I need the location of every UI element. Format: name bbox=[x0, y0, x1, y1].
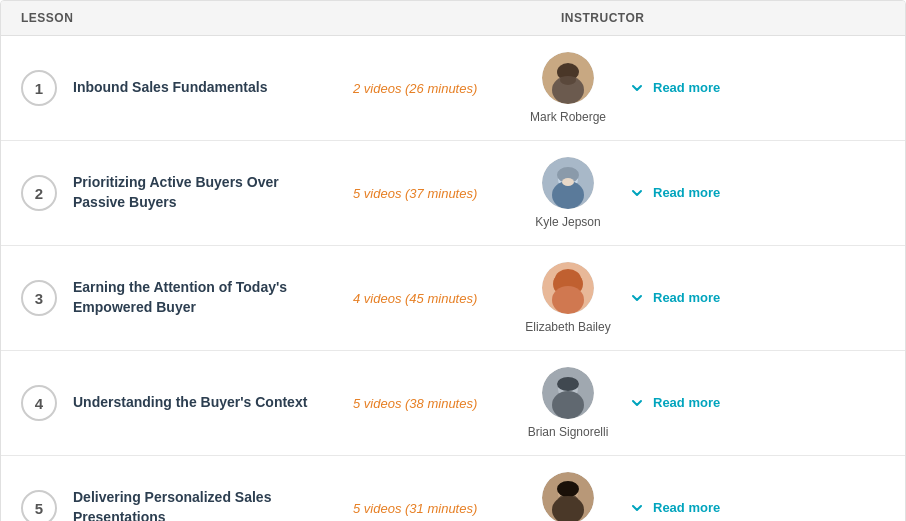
lesson-title: Earning the Attention of Today's Empower… bbox=[73, 278, 353, 317]
lesson-duration: 5 videos (31 minutes) bbox=[353, 501, 523, 516]
svg-point-9 bbox=[562, 178, 574, 186]
instructor-name: Kyle Jepson bbox=[535, 215, 600, 229]
lesson-duration: 2 videos (26 minutes) bbox=[353, 81, 523, 96]
chevron-down-icon[interactable] bbox=[629, 185, 645, 201]
lesson-column-header: LESSON bbox=[21, 11, 561, 25]
lesson-number: 2 bbox=[21, 175, 57, 211]
chevron-down-icon[interactable] bbox=[629, 80, 645, 96]
instructor-info: Kyle Jepson bbox=[523, 157, 613, 229]
table-row: 5 Delivering Personalized Sales Presenta… bbox=[1, 456, 905, 521]
lesson-title: Inbound Sales Fundamentals bbox=[73, 78, 353, 98]
lesson-title: Delivering Personalized Sales Presentati… bbox=[73, 488, 353, 521]
avatar bbox=[542, 367, 594, 419]
lessons-table: LESSON INSTRUCTOR 1 Inbound Sales Fundam… bbox=[0, 0, 906, 521]
svg-point-4 bbox=[560, 75, 576, 85]
instructor-column: Elizabeth Bailey Read more bbox=[523, 262, 885, 334]
lesson-number: 4 bbox=[21, 385, 57, 421]
avatar bbox=[542, 52, 594, 104]
instructor-column: Brian Signorelli Read more bbox=[523, 367, 885, 439]
read-more-button[interactable]: Read more bbox=[653, 500, 720, 517]
read-more-button[interactable]: Read more bbox=[653, 80, 720, 97]
lesson-duration: 5 videos (37 minutes) bbox=[353, 186, 523, 201]
chevron-down-icon[interactable] bbox=[629, 395, 645, 411]
table-row: 2 Prioritizing Active Buyers Over Passiv… bbox=[1, 141, 905, 246]
lesson-duration: 5 videos (38 minutes) bbox=[353, 396, 523, 411]
instructor-column: Kyle Jepson Read more bbox=[523, 157, 885, 229]
table-header: LESSON INSTRUCTOR bbox=[1, 1, 905, 36]
instructor-column: Mark Roberge Read more bbox=[523, 52, 885, 124]
svg-point-19 bbox=[552, 391, 584, 419]
chevron-down-icon[interactable] bbox=[629, 290, 645, 306]
chevron-down-icon[interactable] bbox=[629, 500, 645, 516]
svg-point-15 bbox=[552, 286, 584, 314]
lesson-duration: 4 videos (45 minutes) bbox=[353, 291, 523, 306]
table-row: 4 Understanding the Buyer's Context 5 vi… bbox=[1, 351, 905, 456]
svg-point-18 bbox=[557, 377, 579, 391]
instructor-info: Elizabeth Bailey bbox=[523, 262, 613, 334]
instructor-info: Andrew Quinn bbox=[523, 472, 613, 521]
instructor-info: Mark Roberge bbox=[523, 52, 613, 124]
read-more-button[interactable]: Read more bbox=[653, 290, 720, 307]
instructor-name: Brian Signorelli bbox=[528, 425, 609, 439]
lesson-number: 5 bbox=[21, 490, 57, 521]
table-row: 3 Earning the Attention of Today's Empow… bbox=[1, 246, 905, 351]
avatar bbox=[542, 262, 594, 314]
avatar bbox=[542, 157, 594, 209]
read-more-button[interactable]: Read more bbox=[653, 395, 720, 412]
instructor-column: Andrew Quinn Read more bbox=[523, 472, 885, 521]
lesson-number: 1 bbox=[21, 70, 57, 106]
lesson-title: Prioritizing Active Buyers Over Passive … bbox=[73, 173, 353, 212]
lesson-title: Understanding the Buyer's Context bbox=[73, 393, 353, 413]
table-row: 1 Inbound Sales Fundamentals 2 videos (2… bbox=[1, 36, 905, 141]
instructor-info: Brian Signorelli bbox=[523, 367, 613, 439]
avatar bbox=[542, 472, 594, 521]
lessons-body: 1 Inbound Sales Fundamentals 2 videos (2… bbox=[1, 36, 905, 521]
instructor-name: Mark Roberge bbox=[530, 110, 606, 124]
read-more-button[interactable]: Read more bbox=[653, 185, 720, 202]
instructor-column-header: INSTRUCTOR bbox=[561, 11, 885, 25]
instructor-name: Elizabeth Bailey bbox=[525, 320, 610, 334]
lesson-number: 3 bbox=[21, 280, 57, 316]
